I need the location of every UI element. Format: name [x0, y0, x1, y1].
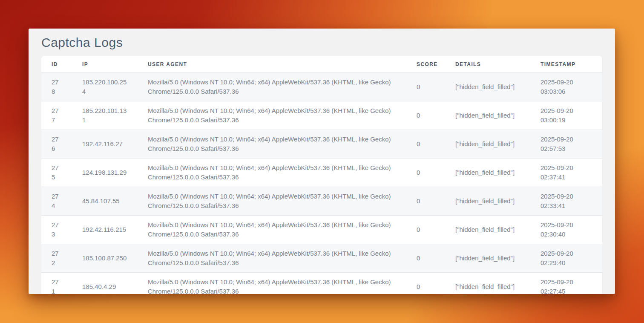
cell-user-agent: Mozilla/5.0 (Windows NT 10.0; Win64; x64…	[138, 73, 406, 101]
cell-score: 0	[406, 159, 445, 187]
cell-details: ["hidden_field_filled"]	[445, 273, 530, 294]
cell-user-agent: Mozilla/5.0 (Windows NT 10.0; Win64; x64…	[138, 244, 406, 273]
cell-id: 278	[41, 73, 72, 101]
column-header-id: ID	[41, 56, 72, 73]
cell-ip: 192.42.116.27	[72, 130, 138, 159]
cell-user-agent: Mozilla/5.0 (Windows NT 10.0; Win64; x64…	[138, 130, 406, 159]
column-header-user-agent: USER AGENT	[138, 56, 406, 73]
cell-id: 275	[41, 159, 72, 187]
cell-timestamp: 2025-09-20 02:30:40	[530, 216, 602, 244]
cell-timestamp: 2025-09-20 02:37:41	[530, 159, 602, 187]
cell-score: 0	[406, 273, 445, 294]
table-row: 275 124.198.131.29 Mozilla/5.0 (Windows …	[41, 159, 602, 187]
cell-ip: 185.40.4.29	[72, 273, 138, 294]
cell-details: ["hidden_field_filled"]	[445, 101, 530, 130]
cell-details: ["hidden_field_filled"]	[445, 216, 530, 244]
table-row: 274 45.84.107.55 Mozilla/5.0 (Windows NT…	[41, 187, 602, 216]
cell-timestamp: 2025-09-20 02:29:40	[530, 244, 602, 273]
table-row: 276 192.42.116.27 Mozilla/5.0 (Windows N…	[41, 130, 602, 159]
cell-score: 0	[406, 187, 445, 216]
logs-table-container: ID IP USER AGENT SCORE DETAILS TIMESTAMP…	[41, 56, 602, 294]
cell-ip: 124.198.131.29	[72, 159, 138, 187]
cell-ip: 185.220.101.131	[72, 101, 138, 130]
table-row: 271 185.40.4.29 Mozilla/5.0 (Windows NT …	[41, 273, 602, 294]
column-header-timestamp: TIMESTAMP	[530, 56, 602, 73]
cell-timestamp: 2025-09-20 03:00:19	[530, 101, 602, 130]
cell-ip: 45.84.107.55	[72, 187, 138, 216]
cell-id: 272	[41, 244, 72, 273]
cell-details: ["hidden_field_filled"]	[445, 187, 530, 216]
logs-table: ID IP USER AGENT SCORE DETAILS TIMESTAMP…	[41, 56, 602, 294]
cell-timestamp: 2025-09-20 03:03:06	[530, 73, 602, 101]
cell-details: ["hidden_field_filled"]	[445, 244, 530, 273]
cell-ip: 192.42.116.215	[72, 216, 138, 244]
table-body: 278 185.220.100.254 Mozilla/5.0 (Windows…	[41, 73, 602, 294]
cell-id: 276	[41, 130, 72, 159]
table-header-row: ID IP USER AGENT SCORE DETAILS TIMESTAMP	[41, 56, 602, 73]
cell-ip: 185.220.100.254	[72, 73, 138, 101]
cell-score: 0	[406, 244, 445, 273]
cell-id: 274	[41, 187, 72, 216]
cell-id: 273	[41, 216, 72, 244]
table-row: 272 185.100.87.250 Mozilla/5.0 (Windows …	[41, 244, 602, 273]
cell-user-agent: Mozilla/5.0 (Windows NT 10.0; Win64; x64…	[138, 273, 406, 294]
table-row: 277 185.220.101.131 Mozilla/5.0 (Windows…	[41, 101, 602, 130]
cell-user-agent: Mozilla/5.0 (Windows NT 10.0; Win64; x64…	[138, 216, 406, 244]
cell-score: 0	[406, 216, 445, 244]
cell-details: ["hidden_field_filled"]	[445, 73, 530, 101]
cell-score: 0	[406, 101, 445, 130]
table-row: 278 185.220.100.254 Mozilla/5.0 (Windows…	[41, 73, 602, 101]
cell-user-agent: Mozilla/5.0 (Windows NT 10.0; Win64; x64…	[138, 159, 406, 187]
column-header-ip: IP	[72, 56, 138, 73]
cell-timestamp: 2025-09-20 02:57:53	[530, 130, 602, 159]
cell-ip: 185.100.87.250	[72, 244, 138, 273]
cell-timestamp: 2025-09-20 02:33:41	[530, 187, 602, 216]
cell-score: 0	[406, 73, 445, 101]
page-background: Captcha Logs ID IP USER AGENT SCORE	[0, 0, 644, 323]
table-row: 273 192.42.116.215 Mozilla/5.0 (Windows …	[41, 216, 602, 244]
page-title: Captcha Logs	[41, 29, 602, 56]
cell-user-agent: Mozilla/5.0 (Windows NT 10.0; Win64; x64…	[138, 187, 406, 216]
cell-id: 271	[41, 273, 72, 294]
cell-details: ["hidden_field_filled"]	[445, 130, 530, 159]
cell-user-agent: Mozilla/5.0 (Windows NT 10.0; Win64; x64…	[138, 101, 406, 130]
cell-timestamp: 2025-09-20 02:27:45	[530, 273, 602, 294]
captcha-logs-card: Captcha Logs ID IP USER AGENT SCORE	[29, 29, 615, 294]
column-header-score: SCORE	[406, 56, 445, 73]
cell-details: ["hidden_field_filled"]	[445, 159, 530, 187]
cell-id: 277	[41, 101, 72, 130]
column-header-details: DETAILS	[445, 56, 530, 73]
cell-score: 0	[406, 130, 445, 159]
